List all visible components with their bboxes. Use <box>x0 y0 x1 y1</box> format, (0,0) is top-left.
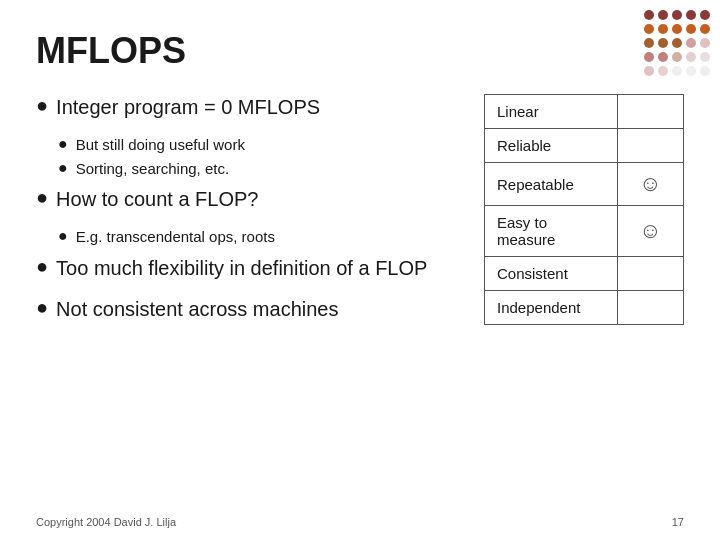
sub-text-1-2: Sorting, searching, etc. <box>76 159 229 179</box>
bullet-text-2: How to count a FLOP? <box>56 186 258 213</box>
footer: Copyright 2004 David J. Lilja 17 <box>0 516 720 528</box>
table-row: Reliable <box>485 129 684 163</box>
bullet-text-4: Not consistent across machines <box>56 296 338 323</box>
sub-bullets-1: ● But still doing useful work ● Sorting,… <box>58 135 464 178</box>
sub-bullets-2: ● E.g. transcendental ops, roots <box>58 227 464 247</box>
bullet-dot-4: ● <box>36 294 48 320</box>
table-icon <box>617 129 683 163</box>
table-icon <box>617 291 683 325</box>
table-icon: ☺ <box>617 206 683 257</box>
table-label: Repeatable <box>485 163 618 206</box>
table-icon <box>617 95 683 129</box>
slide-title: MFLOPS <box>36 30 684 72</box>
bullet-text-1: Integer program = 0 MFLOPS <box>56 94 320 121</box>
sub-dot: ● <box>58 227 68 245</box>
bullet-dot-3: ● <box>36 253 48 279</box>
table-row: Linear <box>485 95 684 129</box>
table-label: Independent <box>485 291 618 325</box>
table-row: Easy tomeasure☺ <box>485 206 684 257</box>
table-label: Easy tomeasure <box>485 206 618 257</box>
sub-text-1-1: But still doing useful work <box>76 135 245 155</box>
bullet-text-3: Too much flexibility in definition of a … <box>56 255 427 282</box>
table-row: Independent <box>485 291 684 325</box>
sub-dot: ● <box>58 159 68 177</box>
table-icon <box>617 257 683 291</box>
sub-bullet-2-1: ● E.g. transcendental ops, roots <box>58 227 464 247</box>
slide: MFLOPS ● Integer program = 0 MFLOPS ● Bu… <box>0 0 720 540</box>
sub-bullet-1-1: ● But still doing useful work <box>58 135 464 155</box>
copyright: Copyright 2004 David J. Lilja <box>36 516 176 528</box>
bullet-dot-2: ● <box>36 184 48 210</box>
table-row: Repeatable☺ <box>485 163 684 206</box>
bullet-dot-1: ● <box>36 92 48 118</box>
decorative-dots <box>644 10 710 76</box>
table-label: Reliable <box>485 129 618 163</box>
bullet-3: ● Too much flexibility in definition of … <box>36 255 464 282</box>
metrics-table: LinearReliableRepeatable☺Easy tomeasure☺… <box>484 94 684 325</box>
content-area: ● Integer program = 0 MFLOPS ● But still… <box>36 94 684 337</box>
bullet-1: ● Integer program = 0 MFLOPS <box>36 94 464 121</box>
table-row: Consistent <box>485 257 684 291</box>
sub-text-2-1: E.g. transcendental ops, roots <box>76 227 275 247</box>
table-label: Linear <box>485 95 618 129</box>
page-number: 17 <box>672 516 684 528</box>
left-column: ● Integer program = 0 MFLOPS ● But still… <box>36 94 464 337</box>
table-label: Consistent <box>485 257 618 291</box>
sub-bullet-1-2: ● Sorting, searching, etc. <box>58 159 464 179</box>
sub-dot: ● <box>58 135 68 153</box>
bullet-4: ● Not consistent across machines <box>36 296 464 323</box>
bullet-2: ● How to count a FLOP? <box>36 186 464 213</box>
right-column: LinearReliableRepeatable☺Easy tomeasure☺… <box>484 94 684 325</box>
table-icon: ☺ <box>617 163 683 206</box>
